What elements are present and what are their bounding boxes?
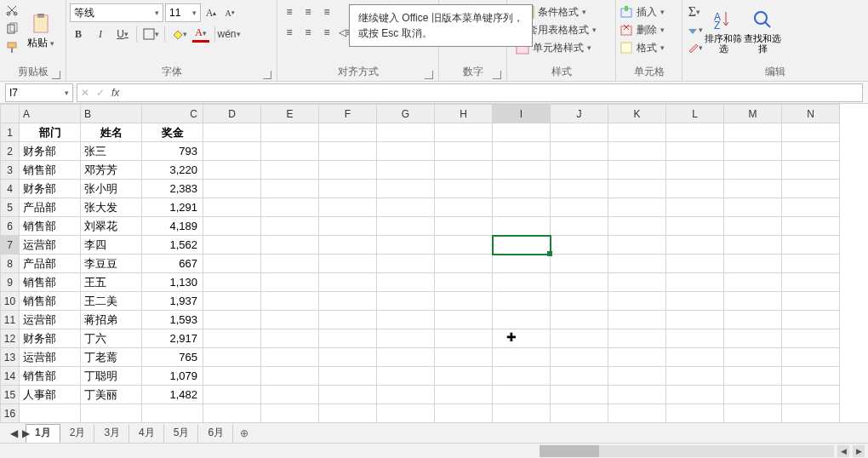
cell-J4[interactable] (551, 180, 608, 198)
cell-F15[interactable] (319, 386, 377, 404)
cell-I13[interactable] (493, 348, 551, 367)
cell-B12[interactable]: 丁六 (81, 329, 142, 348)
cell-E14[interactable] (261, 367, 319, 386)
row-header-4[interactable]: 4 (1, 180, 20, 198)
cell-C4[interactable]: 2,383 (142, 180, 203, 198)
cell-D16[interactable] (203, 404, 261, 423)
cell-A9[interactable]: 销售部 (20, 273, 81, 292)
row-header-2[interactable]: 2 (1, 142, 20, 161)
cell-I15[interactable] (493, 386, 551, 404)
cell-M7[interactable] (724, 236, 782, 255)
cell-N3[interactable] (782, 161, 840, 180)
cell-L15[interactable] (666, 386, 724, 404)
sort-filter-button[interactable]: AZ 排序和筛选 (705, 2, 742, 58)
cell-C5[interactable]: 1,291 (142, 198, 203, 217)
cell-G10[interactable] (377, 292, 435, 311)
align-center-icon[interactable]: ≡ (300, 24, 317, 41)
cell-L11[interactable] (666, 311, 724, 329)
cell-F10[interactable] (319, 292, 377, 311)
row-header-16[interactable]: 16 (1, 404, 20, 423)
cell-N8[interactable] (782, 255, 840, 273)
cell-C9[interactable]: 1,130 (142, 273, 203, 292)
cell-N16[interactable] (782, 404, 840, 423)
cell-M2[interactable] (724, 142, 782, 161)
cell-M15[interactable] (724, 386, 782, 404)
cell-N1[interactable] (782, 123, 840, 142)
cell-N5[interactable] (782, 198, 840, 217)
cell-A16[interactable] (20, 404, 81, 423)
find-select-button[interactable]: 查找和选择 (744, 2, 781, 58)
row-header-8[interactable]: 8 (1, 255, 20, 273)
cell-G7[interactable] (377, 236, 435, 255)
cell-C13[interactable]: 765 (142, 348, 203, 367)
cell-J11[interactable] (551, 311, 608, 329)
cell-J8[interactable] (551, 255, 608, 273)
cell-B13[interactable]: 丁老蔫 (81, 348, 142, 367)
pinyin-button[interactable]: wén▾ (220, 26, 237, 43)
cell-N2[interactable] (782, 142, 840, 161)
cell-B8[interactable]: 李豆豆 (81, 255, 142, 273)
cell-M10[interactable] (724, 292, 782, 311)
cell-H3[interactable] (435, 161, 493, 180)
format-button[interactable]: 格式 ▾ (620, 39, 665, 56)
cell-C3[interactable]: 3,220 (142, 161, 203, 180)
scroll-left-icon[interactable]: ◀ (837, 445, 849, 457)
cell-K5[interactable] (608, 198, 666, 217)
cell-I5[interactable] (493, 198, 551, 217)
col-header-M[interactable]: M (724, 105, 782, 123)
decrease-font-icon[interactable]: A▾ (221, 4, 238, 21)
col-header-L[interactable]: L (666, 105, 724, 123)
cell-H9[interactable] (435, 273, 493, 292)
row-header-15[interactable]: 15 (1, 386, 20, 404)
cell-J2[interactable] (551, 142, 608, 161)
cell-E1[interactable] (261, 123, 319, 142)
cell-N12[interactable] (782, 329, 840, 348)
cell-K14[interactable] (608, 367, 666, 386)
cell-L6[interactable] (666, 217, 724, 236)
cell-F12[interactable] (319, 329, 377, 348)
cell-D15[interactable] (203, 386, 261, 404)
cell-E12[interactable] (261, 329, 319, 348)
formula-bar[interactable]: ✕ ✓ fx (77, 83, 863, 102)
cell-F13[interactable] (319, 348, 377, 367)
cell-D12[interactable] (203, 329, 261, 348)
sheet-tab-4月[interactable]: 4月 (129, 424, 164, 443)
cell-L12[interactable] (666, 329, 724, 348)
cell-N6[interactable] (782, 217, 840, 236)
cell-E9[interactable] (261, 273, 319, 292)
cell-E10[interactable] (261, 292, 319, 311)
cell-E11[interactable] (261, 311, 319, 329)
cell-D6[interactable] (203, 217, 261, 236)
paste-button[interactable]: 粘贴 ▾ (22, 2, 60, 58)
cell-A7[interactable]: 运营部 (20, 236, 81, 255)
add-sheet-button[interactable]: ⊕ (233, 424, 254, 443)
cell-G2[interactable] (377, 142, 435, 161)
cell-A8[interactable]: 产品部 (20, 255, 81, 273)
autosum-icon[interactable]: Σ▾ (686, 3, 703, 20)
cell-L8[interactable] (666, 255, 724, 273)
cell-B1[interactable]: 姓名 (81, 123, 142, 142)
cell-L7[interactable] (666, 236, 724, 255)
cell-K16[interactable] (608, 404, 666, 423)
cell-M6[interactable] (724, 217, 782, 236)
cell-M3[interactable] (724, 161, 782, 180)
cell-B5[interactable]: 张大发 (81, 198, 142, 217)
increase-font-icon[interactable]: A▴ (203, 4, 220, 21)
cell-E4[interactable] (261, 180, 319, 198)
cell-G5[interactable] (377, 198, 435, 217)
cell-H1[interactable] (435, 123, 493, 142)
cell-G16[interactable] (377, 404, 435, 423)
cell-H14[interactable] (435, 367, 493, 386)
cell-K2[interactable] (608, 142, 666, 161)
row-header-5[interactable]: 5 (1, 198, 20, 217)
font-size-select[interactable]: 11▾ (165, 3, 201, 22)
cell-D7[interactable] (203, 236, 261, 255)
cell-B3[interactable]: 邓芳芳 (81, 161, 142, 180)
col-header-J[interactable]: J (551, 105, 608, 123)
select-all[interactable] (1, 105, 20, 123)
cell-C7[interactable]: 1,562 (142, 236, 203, 255)
row-header-13[interactable]: 13 (1, 348, 20, 367)
row-header-14[interactable]: 14 (1, 367, 20, 386)
cell-N4[interactable] (782, 180, 840, 198)
cell-D11[interactable] (203, 311, 261, 329)
